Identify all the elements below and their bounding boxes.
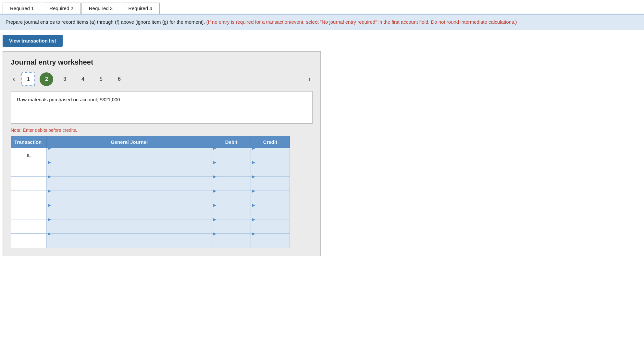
dropdown-indicator-credit-6: ▶ — [251, 231, 256, 237]
dropdown-indicator-credit-3: ▶ — [251, 188, 256, 194]
input-credit-4[interactable] — [251, 208, 290, 222]
table-row-transaction-3 — [11, 191, 47, 205]
transaction-description: Raw materials purchased on account, $321… — [11, 91, 313, 124]
dropdown-indicator-debit-5: ▶ — [212, 217, 217, 222]
nav-item-1[interactable]: 1 — [21, 72, 35, 86]
input-general-journal-4[interactable] — [47, 208, 212, 222]
input-credit-6[interactable] — [251, 237, 290, 251]
tab-required3[interactable]: Required 3 — [81, 3, 120, 14]
header-debit: Debit — [212, 136, 251, 148]
dropdown-indicator-debit-4: ▶ — [212, 202, 217, 208]
input-debit-1[interactable] — [212, 165, 251, 179]
table-row-transaction-4 — [11, 205, 47, 219]
dropdown-indicator-debit-2: ▶ — [212, 174, 217, 180]
input-debit-4[interactable] — [212, 208, 251, 222]
input-general-journal-6[interactable] — [47, 237, 212, 251]
dropdown-indicator-gj-5: ▶ — [47, 217, 52, 222]
nav-next-arrow[interactable]: › — [306, 74, 313, 84]
input-general-journal-3[interactable] — [47, 194, 212, 208]
table-row-general-journal-0[interactable]: ▶ — [47, 148, 212, 162]
header-general-journal: General Journal — [47, 136, 212, 148]
worksheet-title: Journal entry worksheet — [11, 58, 313, 67]
instruction-red-text: (If no entry is required for a transacti… — [205, 19, 517, 25]
worksheet-container: Journal entry worksheet ‹ 1 2 3 4 5 6 › … — [3, 51, 321, 256]
table-row-credit-0[interactable]: ▶ — [251, 148, 290, 162]
nav-item-2[interactable]: 2 — [40, 72, 53, 86]
nav-row: ‹ 1 2 3 4 5 6 › — [11, 72, 313, 86]
input-debit-5[interactable] — [212, 222, 251, 236]
dropdown-indicator-credit-4: ▶ — [251, 202, 256, 208]
table-row-transaction-2 — [11, 176, 47, 191]
nav-item-3[interactable]: 3 — [58, 72, 71, 86]
dropdown-indicator-gj-0: ▶ — [47, 145, 52, 151]
tab-required1[interactable]: Required 1 — [3, 3, 41, 14]
input-debit-3[interactable] — [212, 194, 251, 208]
dropdown-indicator-gj-1: ▶ — [47, 159, 52, 165]
table-row-transaction-1 — [11, 162, 47, 176]
table-row-transaction-6 — [11, 233, 47, 248]
input-general-journal-1[interactable] — [47, 165, 212, 179]
nav-item-5[interactable]: 5 — [94, 72, 108, 86]
view-transaction-button[interactable]: View transaction list — [3, 35, 63, 47]
note-text: Note: Enter debits before credits. — [11, 128, 313, 133]
dropdown-indicator-debit-1: ▶ — [212, 159, 217, 165]
input-debit-2[interactable] — [212, 180, 251, 193]
dropdown-indicator-debit-0: ▶ — [212, 145, 217, 151]
header-credit: Credit — [251, 136, 290, 148]
input-credit-5[interactable] — [251, 222, 290, 236]
table-row-transaction-5 — [11, 219, 47, 233]
input-general-journal-2[interactable] — [47, 180, 212, 193]
input-credit-0[interactable] — [251, 151, 290, 165]
nav-item-6[interactable]: 6 — [112, 72, 126, 86]
dropdown-indicator-gj-3: ▶ — [47, 188, 52, 194]
input-general-journal-5[interactable] — [47, 222, 212, 236]
input-credit-3[interactable] — [251, 194, 290, 208]
tab-required2[interactable]: Required 2 — [42, 3, 80, 14]
instruction-main-text: Prepare journal entries to record items … — [6, 19, 205, 25]
dropdown-indicator-credit-0: ▶ — [251, 145, 256, 151]
nav-prev-arrow[interactable]: ‹ — [11, 74, 17, 84]
tabs-bar: Required 1 Required 2 Required 3 Require… — [0, 0, 644, 14]
instruction-box: Prepare journal entries to record items … — [0, 14, 644, 30]
dropdown-indicator-gj-2: ▶ — [47, 174, 52, 180]
input-debit-6[interactable] — [212, 237, 251, 251]
dropdown-indicator-gj-6: ▶ — [47, 231, 52, 237]
dropdown-indicator-gj-4: ▶ — [47, 202, 52, 208]
nav-item-4[interactable]: 4 — [76, 72, 90, 86]
dropdown-indicator-credit-1: ▶ — [251, 159, 256, 165]
input-credit-2[interactable] — [251, 180, 290, 193]
dropdown-indicator-debit-3: ▶ — [212, 188, 217, 194]
dropdown-indicator-credit-2: ▶ — [251, 174, 256, 180]
input-debit-0[interactable] — [212, 151, 251, 165]
input-general-journal-0[interactable] — [47, 151, 212, 165]
journal-table: Transaction General Journal Debit Credit… — [11, 136, 290, 248]
dropdown-indicator-debit-6: ▶ — [212, 231, 217, 237]
dropdown-indicator-credit-5: ▶ — [251, 217, 256, 222]
table-row-transaction-0: a. — [11, 148, 47, 162]
header-transaction: Transaction — [11, 136, 47, 148]
input-credit-1[interactable] — [251, 165, 290, 179]
tab-required4[interactable]: Required 4 — [121, 3, 159, 14]
table-row-debit-0[interactable]: ▶ — [212, 148, 251, 162]
